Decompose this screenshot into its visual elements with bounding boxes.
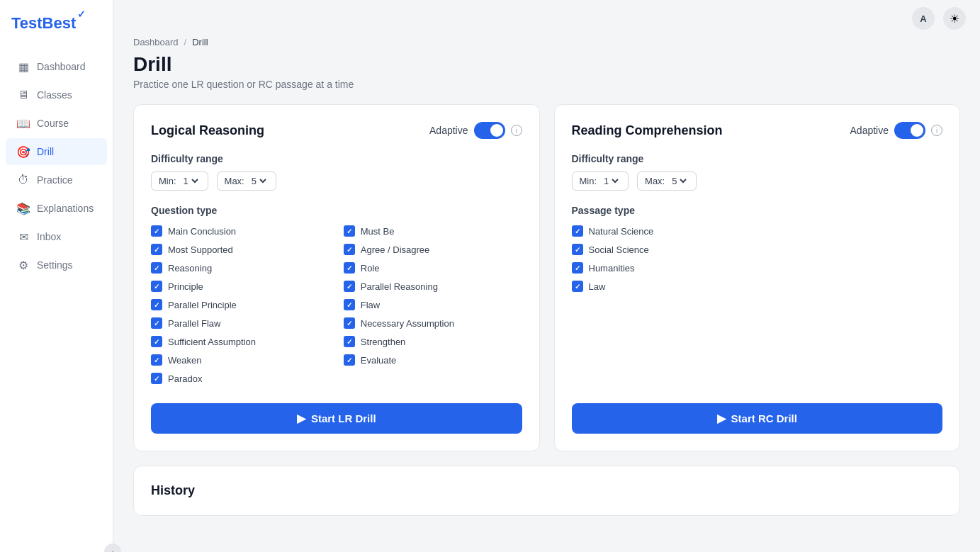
qtype-parallel-principle-checkbox[interactable] <box>151 299 162 310</box>
qtype-strengthen[interactable]: Strengthen <box>344 334 522 349</box>
sidebar-item-settings-label: Settings <box>37 259 73 271</box>
logo-text: TestBest✓ <box>11 14 76 33</box>
sidebar-item-drill[interactable]: 🎯 Drill <box>6 138 107 165</box>
qtype-must-be[interactable]: Must Be <box>344 223 522 239</box>
lr-info-icon[interactable]: i <box>511 125 522 136</box>
qtype-reasoning[interactable]: Reasoning <box>151 260 330 276</box>
lr-card-header: Logical Reasoning Adaptive i <box>151 122 522 139</box>
start-rc-play-icon: ▶ <box>717 412 726 425</box>
breadcrumb-separator: / <box>184 37 187 47</box>
qtype-sufficient-assumption[interactable]: Sufficient Assumption <box>151 334 330 349</box>
qtype-parallel-principle[interactable]: Parallel Principle <box>151 297 330 312</box>
qtype-weaken[interactable]: Weaken <box>151 352 330 368</box>
sidebar-item-inbox-label: Inbox <box>37 231 61 242</box>
start-rc-drill-button[interactable]: ▶ Start RC Drill <box>572 403 943 434</box>
ptype-natural-science[interactable]: Natural Science <box>572 223 943 239</box>
qtype-role[interactable]: Role <box>344 260 522 276</box>
qtype-reasoning-label: Reasoning <box>168 263 212 274</box>
ptype-law-label: Law <box>589 281 606 292</box>
sidebar-item-settings[interactable]: ⚙ Settings <box>6 252 107 278</box>
qtype-evaluate-checkbox[interactable] <box>344 354 355 366</box>
sidebar-item-dashboard[interactable]: ▦ Dashboard <box>6 53 107 80</box>
qtype-agree-disagree[interactable]: Agree / Disagree <box>344 242 522 257</box>
qtype-weaken-checkbox[interactable] <box>151 354 162 366</box>
qtype-parallel-reasoning-label: Parallel Reasoning <box>361 281 438 292</box>
qtype-must-be-checkbox[interactable] <box>344 225 355 237</box>
qtype-parallel-flaw[interactable]: Parallel Flaw <box>151 315 330 331</box>
ptype-humanities[interactable]: Humanities <box>572 260 943 276</box>
lr-adaptive-toggle[interactable] <box>474 122 505 139</box>
ptype-social-science-checkbox[interactable] <box>572 244 583 255</box>
theme-toggle-button[interactable]: ☀ <box>943 7 966 30</box>
explanations-icon: 📚 <box>17 202 30 215</box>
qtype-strengthen-checkbox[interactable] <box>344 336 355 347</box>
qtype-principle-label: Principle <box>168 281 203 292</box>
lr-min-select[interactable]: Min: 12345 <box>151 171 208 191</box>
rc-card: Reading Comprehension Adaptive i Difficu… <box>554 104 961 451</box>
qtype-parallel-reasoning-checkbox[interactable] <box>344 281 355 292</box>
ptype-law-checkbox[interactable] <box>572 281 583 292</box>
breadcrumb-parent[interactable]: Dashboard <box>133 37 179 47</box>
ptype-humanities-label: Humanities <box>589 263 635 274</box>
sidebar-item-course[interactable]: 📖 Course <box>6 110 107 137</box>
lr-max-dropdown[interactable]: 12345 <box>249 175 269 187</box>
start-rc-label: Start RC Drill <box>731 412 797 424</box>
sidebar-item-inbox[interactable]: ✉ Inbox <box>6 223 107 250</box>
qtype-paradox-checkbox[interactable] <box>151 373 162 384</box>
sidebar-item-explanations[interactable]: 📚 Explanations <box>6 195 107 222</box>
lr-adaptive-row: Adaptive i <box>429 122 522 139</box>
qtype-sufficient-assumption-checkbox[interactable] <box>151 336 162 347</box>
qtype-flaw-checkbox[interactable] <box>344 299 355 310</box>
page-content: Dashboard / Drill Drill Practice one LR … <box>113 37 980 536</box>
lr-min-dropdown[interactable]: 12345 <box>181 175 201 187</box>
user-avatar[interactable]: A <box>912 7 935 30</box>
rc-min-dropdown[interactable]: 12345 <box>601 175 621 187</box>
sidebar-item-practice-label: Practice <box>37 174 73 186</box>
qtype-evaluate[interactable]: Evaluate <box>344 352 522 368</box>
rc-adaptive-toggle[interactable] <box>894 122 925 139</box>
rc-difficulty-label: Difficulty range <box>572 153 943 164</box>
qtype-agree-disagree-checkbox[interactable] <box>344 244 355 255</box>
qtype-main-conclusion[interactable]: Main Conclusion <box>151 223 330 239</box>
rc-difficulty-row: Min: 12345 Max: 12345 <box>572 171 943 191</box>
qtype-principle[interactable]: Principle <box>151 278 330 294</box>
lr-card-title: Logical Reasoning <box>151 123 264 138</box>
lr-min-label: Min: <box>159 176 176 186</box>
qtype-necessary-assumption-checkbox[interactable] <box>344 317 355 329</box>
sidebar-item-practice[interactable]: ⏱ Practice <box>6 167 107 193</box>
ptype-law[interactable]: Law <box>572 278 943 294</box>
qtype-role-label: Role <box>361 263 380 274</box>
rc-max-dropdown[interactable]: 12345 <box>669 175 689 187</box>
rc-min-select[interactable]: Min: 12345 <box>572 171 629 191</box>
qtype-parallel-reasoning[interactable]: Parallel Reasoning <box>344 278 522 294</box>
lr-max-label: Max: <box>225 176 244 186</box>
ptype-natural-science-checkbox[interactable] <box>572 225 583 237</box>
rc-passage-types: Natural Science Social Science Humanitie… <box>572 223 943 294</box>
qtype-reasoning-checkbox[interactable] <box>151 262 162 274</box>
lr-max-select[interactable]: Max: 12345 <box>217 171 276 191</box>
qtype-most-supported-checkbox[interactable] <box>151 244 162 255</box>
qtype-most-supported[interactable]: Most Supported <box>151 242 330 257</box>
sidebar-item-classes[interactable]: 🖥 Classes <box>6 81 107 108</box>
start-lr-drill-button[interactable]: ▶ Start LR Drill <box>151 403 522 434</box>
qtype-principle-checkbox[interactable] <box>151 281 162 292</box>
qtype-parallel-flaw-checkbox[interactable] <box>151 317 162 329</box>
rc-adaptive-label: Adaptive <box>850 125 889 136</box>
rc-max-label: Max: <box>645 176 665 186</box>
rc-card-title: Reading Comprehension <box>572 123 723 138</box>
qtype-main-conclusion-checkbox[interactable] <box>151 225 162 237</box>
qtype-flaw[interactable]: Flaw <box>344 297 522 312</box>
ptype-social-science[interactable]: Social Science <box>572 242 943 257</box>
sidebar-item-dashboard-label: Dashboard <box>37 61 86 72</box>
ptype-humanities-checkbox[interactable] <box>572 262 583 274</box>
rc-info-icon[interactable]: i <box>931 125 942 136</box>
qtype-role-checkbox[interactable] <box>344 262 355 274</box>
qtype-paradox[interactable]: Paradox <box>151 371 330 386</box>
qtype-necessary-assumption[interactable]: Necessary Assumption <box>344 315 522 331</box>
ptype-natural-science-label: Natural Science <box>589 226 654 237</box>
qtype-strengthen-label: Strengthen <box>361 337 406 347</box>
lr-adaptive-label: Adaptive <box>429 125 468 136</box>
nav-items: ▦ Dashboard 🖥 Classes 📖 Course 🎯 Drill ⏱… <box>0 47 113 552</box>
classes-icon: 🖥 <box>17 89 30 101</box>
rc-max-select[interactable]: Max: 12345 <box>637 171 697 191</box>
